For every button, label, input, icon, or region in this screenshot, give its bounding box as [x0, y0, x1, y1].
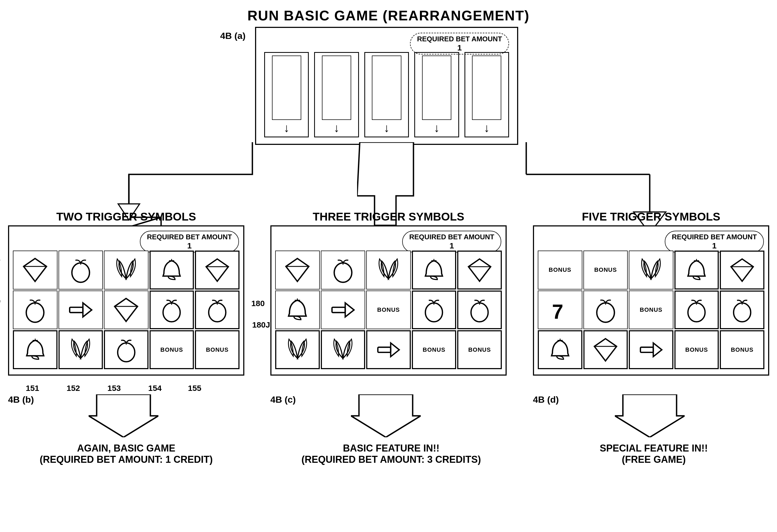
- svg-marker-35: [89, 394, 158, 437]
- svg-marker-7: [24, 259, 46, 281]
- cell-0-1: [59, 251, 103, 289]
- cell-1-1: [583, 290, 628, 329]
- col-label-151: 151: [26, 384, 39, 393]
- cell-1-2: [104, 290, 148, 329]
- cell-1-0: 7: [538, 290, 582, 329]
- top-game-box: REQUIRED BET AMOUNT 1 ↓ ↓ ↓ ↓: [255, 27, 518, 145]
- label-4bc: 4B (c): [270, 394, 296, 405]
- cell-2-1: [321, 330, 365, 369]
- reel-arrow-5: ↓: [484, 122, 490, 134]
- label-4bd: 4B (d): [533, 394, 559, 405]
- cell-0-3: [149, 251, 194, 289]
- cell-2-2: [366, 330, 411, 369]
- svg-point-54: [471, 303, 488, 322]
- reel-inner-2: [322, 55, 351, 120]
- svg-point-52: [426, 303, 443, 322]
- three-trigger-box: REQUIRED BET AMOUNT 1 BON: [270, 225, 507, 376]
- cell-2-1: [59, 330, 103, 369]
- svg-point-40: [334, 263, 352, 282]
- svg-line-47: [479, 259, 490, 267]
- top-required-bet-badge: REQUIRED BET AMOUNT 1: [410, 33, 509, 54]
- cell-1-3: [149, 290, 194, 329]
- svg-line-25: [115, 298, 126, 306]
- bottom-text-three: BASIC FEATURE IN!!(REQUIRED BET AMOUNT: …: [270, 443, 512, 465]
- reel-columns: ↓ ↓ ↓ ↓ ↓: [264, 52, 509, 137]
- cell-0-4: [457, 251, 502, 289]
- cell-1-1: [59, 290, 103, 329]
- svg-line-10: [35, 259, 47, 267]
- svg-marker-22: [83, 303, 92, 317]
- arrow-right-down: [615, 394, 685, 437]
- svg-line-17: [206, 259, 217, 267]
- reel-col-2: ↓: [314, 52, 359, 137]
- cell-2-4: BONUS: [720, 330, 764, 369]
- svg-rect-21: [70, 307, 83, 312]
- cell-2-1: [583, 330, 628, 369]
- reel-col-1: ↓: [264, 52, 309, 137]
- cell-2-4: BONUS: [457, 330, 502, 369]
- cell-0-2: [104, 251, 148, 289]
- cell-2-2: [629, 330, 673, 369]
- svg-marker-61: [731, 259, 753, 281]
- cell-0-4: [195, 251, 239, 289]
- five-bet-label: REQUIRED BET AMOUNT: [672, 233, 757, 241]
- three-bet-label: REQUIRED BET AMOUNT: [409, 233, 494, 241]
- svg-line-9: [24, 259, 35, 267]
- cell-1-0: [13, 290, 58, 329]
- svg-line-39: [298, 259, 309, 267]
- cell-0-0: [13, 251, 58, 289]
- reel-arrow-4: ↓: [434, 122, 440, 134]
- svg-point-29: [209, 303, 226, 322]
- svg-line-46: [468, 259, 479, 267]
- required-bet-value-top: 1: [417, 43, 502, 52]
- svg-point-33: [118, 343, 135, 362]
- cell-0-3: [412, 251, 456, 289]
- reel-inner-4: [422, 55, 451, 120]
- cell-1-0: [275, 290, 320, 329]
- svg-point-19: [26, 303, 44, 322]
- cell-1-2: BONUS: [366, 290, 411, 329]
- cell-1-1: [321, 290, 365, 329]
- two-trigger-box: REQUIRED BET AMOUNT 1 150a 150b 150c 180…: [8, 225, 244, 376]
- reel-arrow-3: ↓: [384, 122, 390, 134]
- two-bet-label: REQUIRED BET AMOUNT: [147, 233, 232, 241]
- svg-point-70: [734, 303, 751, 322]
- three-trigger-badge: REQUIRED BET AMOUNT 1: [402, 231, 501, 252]
- col-label-153: 153: [107, 384, 121, 393]
- cell-0-3: [674, 251, 719, 289]
- svg-marker-23: [115, 298, 137, 321]
- cell-0-0: [275, 251, 320, 289]
- cell-1-4: [195, 290, 239, 329]
- svg-marker-15: [206, 259, 228, 281]
- cell-1-4: [457, 290, 502, 329]
- svg-marker-58: [351, 394, 421, 437]
- cell-2-3: BONUS: [674, 330, 719, 369]
- row-label-150b: 150b: [0, 296, 1, 305]
- reel-col-5: ↓: [464, 52, 509, 137]
- svg-point-11: [72, 263, 90, 282]
- cell-1-4: [720, 290, 764, 329]
- cell-1-3: [674, 290, 719, 329]
- cell-2-3: BONUS: [412, 330, 456, 369]
- svg-line-77: [605, 339, 617, 346]
- two-trigger-grid: BONUSBONUS: [13, 251, 239, 369]
- section-title-two: TWO TRIGGER SYMBOLS: [8, 210, 244, 223]
- svg-marker-51: [345, 303, 354, 317]
- cell-0-2: [366, 251, 411, 289]
- svg-line-26: [126, 298, 138, 306]
- row-label-150a: 150a: [0, 253, 0, 262]
- row-label-150c: 150c: [0, 334, 0, 343]
- svg-text:7: 7: [552, 300, 563, 323]
- svg-marker-36: [286, 259, 309, 281]
- bottom-text-five: SPECIAL FEATURE IN!!(FREE GAME): [533, 443, 775, 465]
- five-trigger-badge: REQUIRED BET AMOUNT 1: [665, 231, 764, 252]
- two-trigger-badge: REQUIRED BET AMOUNT 1: [140, 231, 239, 252]
- cell-2-2: [104, 330, 148, 369]
- svg-point-66: [597, 303, 615, 322]
- svg-point-27: [163, 303, 181, 322]
- arrow-left-down: [89, 394, 158, 437]
- svg-line-64: [742, 259, 753, 267]
- col-label-154: 154: [148, 384, 161, 393]
- five-bet-value: 1: [672, 241, 757, 250]
- label-4ba: 4B (a): [220, 31, 245, 41]
